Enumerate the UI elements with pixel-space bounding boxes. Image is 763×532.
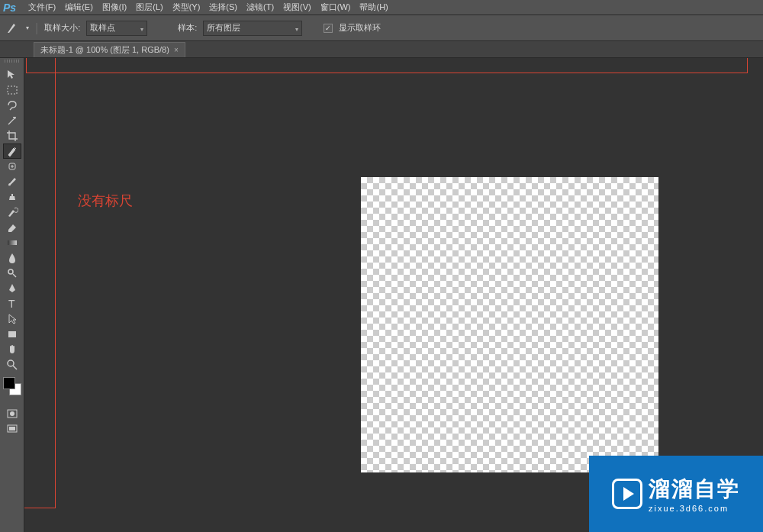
show-sample-ring-label: 显示取样环	[339, 22, 381, 34]
sample-value: 所有图层	[207, 22, 240, 34]
watermark-title: 溜溜自学	[649, 475, 740, 504]
menu-type[interactable]: 类型(Y)	[168, 0, 205, 15]
tool-preset-dropdown[interactable]: ▾	[26, 24, 29, 31]
magic-wand-tool[interactable]	[3, 113, 21, 128]
gradient-tool[interactable]	[3, 235, 21, 250]
svg-point-8	[10, 411, 14, 416]
svg-rect-2	[8, 240, 17, 245]
lasso-tool[interactable]	[3, 98, 21, 113]
rectangle-tool[interactable]	[3, 327, 21, 342]
menu-file[interactable]: 文件(F)	[24, 0, 60, 15]
move-tool[interactable]	[3, 67, 21, 82]
type-tool[interactable]: T	[3, 296, 21, 311]
watermark: 溜溜自学 zixue.3d66.com	[589, 456, 763, 532]
blur-tool[interactable]	[3, 250, 21, 266]
document-tab-bar: 未标题-1 @ 100% (图层 1, RGB/8) ×	[0, 41, 763, 58]
annotation-box-horizontal	[26, 58, 748, 73]
pen-tool[interactable]	[3, 281, 21, 296]
svg-text:T: T	[8, 298, 15, 310]
sample-size-label: 取样大小:	[44, 22, 80, 34]
eraser-tool[interactable]	[3, 220, 21, 235]
toolbox: T	[0, 58, 24, 532]
marquee-tool[interactable]	[3, 82, 21, 98]
clone-stamp-tool[interactable]	[3, 189, 21, 205]
menu-help[interactable]: 帮助(H)	[355, 0, 392, 15]
path-selection-tool[interactable]	[3, 311, 21, 327]
history-brush-tool[interactable]	[3, 205, 21, 220]
document-tab[interactable]: 未标题-1 @ 100% (图层 1, RGB/8) ×	[34, 42, 185, 57]
watermark-subtitle: zixue.3d66.com	[649, 504, 740, 513]
crop-tool[interactable]	[3, 128, 21, 143]
sample-label: 样本:	[178, 22, 197, 34]
close-icon[interactable]: ×	[174, 46, 179, 54]
menu-layer[interactable]: 图层(L)	[131, 0, 167, 15]
document-tab-title: 未标题-1 @ 100% (图层 1, RGB/8)	[40, 44, 169, 56]
menu-edit[interactable]: 编辑(E)	[60, 0, 98, 15]
foreground-color[interactable]	[3, 377, 15, 389]
screen-mode-toggle[interactable]	[3, 421, 21, 437]
options-bar: ▾ | 取样大小: 取样点 样本: 所有图层 ✓ 显示取样环	[0, 15, 763, 41]
svg-point-3	[8, 269, 13, 274]
annotation-text: 没有标尺	[78, 192, 133, 210]
document-canvas[interactable]	[361, 177, 658, 472]
menu-select[interactable]: 选择(S)	[204, 0, 242, 15]
sample-size-select[interactable]: 取样点	[86, 21, 147, 36]
svg-rect-5	[8, 331, 16, 337]
dodge-tool[interactable]	[3, 266, 21, 281]
hand-tool[interactable]	[3, 342, 21, 357]
sample-select[interactable]: 所有图层	[203, 21, 302, 36]
menu-image[interactable]: 图像(I)	[98, 0, 131, 15]
menu-bar: Ps 文件(F) 编辑(E) 图像(I) 图层(L) 类型(Y) 选择(S) 滤…	[0, 0, 763, 15]
brush-tool[interactable]	[3, 174, 21, 189]
menu-filter[interactable]: 滤镜(T)	[242, 0, 278, 15]
healing-brush-tool[interactable]	[3, 159, 21, 174]
eyedropper-tool[interactable]	[3, 143, 21, 159]
svg-rect-0	[8, 86, 17, 94]
current-tool-icon[interactable]	[6, 22, 18, 34]
quick-mask-toggle[interactable]	[3, 406, 21, 421]
svg-point-6	[8, 360, 14, 366]
toolbox-grip[interactable]	[0, 60, 24, 67]
app-logo: Ps	[3, 2, 16, 14]
sample-size-value: 取样点	[90, 22, 115, 34]
color-swatches[interactable]	[2, 377, 23, 398]
menu-view[interactable]: 视图(V)	[278, 0, 316, 15]
svg-rect-10	[9, 427, 15, 430]
play-icon	[612, 479, 642, 509]
zoom-tool[interactable]	[3, 357, 21, 372]
annotation-box-vertical	[24, 58, 56, 508]
menu-window[interactable]: 窗口(W)	[316, 0, 356, 15]
show-sample-ring-checkbox[interactable]: ✓	[324, 24, 333, 33]
